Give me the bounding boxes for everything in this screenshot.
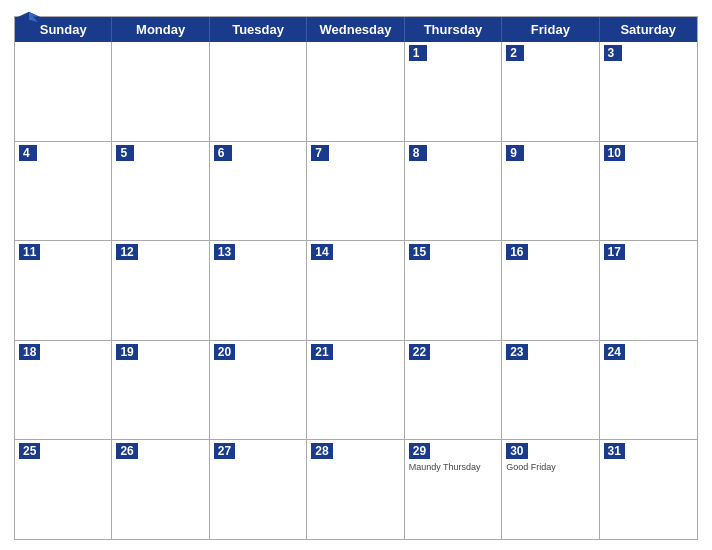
day-number: 25 (19, 443, 40, 459)
week-row-4: 18192021222324 (15, 340, 697, 440)
day-cell: 19 (112, 341, 209, 440)
day-cell: 7 (307, 142, 404, 241)
day-number: 27 (214, 443, 235, 459)
day-cell: 14 (307, 241, 404, 340)
day-number: 5 (116, 145, 134, 161)
day-cell: 18 (15, 341, 112, 440)
day-cell: 31 (600, 440, 697, 539)
day-cell: 12 (112, 241, 209, 340)
day-cell: 22 (405, 341, 502, 440)
day-cell: 6 (210, 142, 307, 241)
day-cell: 13 (210, 241, 307, 340)
day-cell: 5 (112, 142, 209, 241)
day-number: 15 (409, 244, 430, 260)
day-header-wednesday: Wednesday (307, 17, 404, 42)
calendar-page: SundayMondayTuesdayWednesdayThursdayFrid… (0, 0, 712, 550)
day-cell: 10 (600, 142, 697, 241)
day-header-friday: Friday (502, 17, 599, 42)
day-cell (210, 42, 307, 141)
day-cell: 1 (405, 42, 502, 141)
day-number: 13 (214, 244, 235, 260)
day-number: 31 (604, 443, 625, 459)
day-cell: 4 (15, 142, 112, 241)
day-number: 20 (214, 344, 235, 360)
day-cell: 21 (307, 341, 404, 440)
week-row-3: 11121314151617 (15, 240, 697, 340)
weeks-container: 1234567891011121314151617181920212223242… (15, 42, 697, 539)
day-number: 17 (604, 244, 625, 260)
day-number: 8 (409, 145, 427, 161)
day-cell: 15 (405, 241, 502, 340)
week-row-5: 2526272829Maundy Thursday30Good Friday31 (15, 439, 697, 539)
day-header-tuesday: Tuesday (210, 17, 307, 42)
day-cell (15, 42, 112, 141)
week-row-1: 123 (15, 42, 697, 141)
holiday-label: Good Friday (506, 462, 594, 472)
week-row-2: 45678910 (15, 141, 697, 241)
day-header-thursday: Thursday (405, 17, 502, 42)
day-headers-row: SundayMondayTuesdayWednesdayThursdayFrid… (15, 17, 697, 42)
day-number: 26 (116, 443, 137, 459)
day-number: 7 (311, 145, 329, 161)
logo-bird-icon (14, 10, 44, 28)
day-number: 3 (604, 45, 622, 61)
day-number: 6 (214, 145, 232, 161)
day-cell: 17 (600, 241, 697, 340)
day-cell: 30Good Friday (502, 440, 599, 539)
day-number: 2 (506, 45, 524, 61)
day-number: 10 (604, 145, 625, 161)
day-cell: 2 (502, 42, 599, 141)
day-number: 16 (506, 244, 527, 260)
calendar-grid: SundayMondayTuesdayWednesdayThursdayFrid… (14, 16, 698, 540)
day-cell: 27 (210, 440, 307, 539)
day-number: 11 (19, 244, 40, 260)
day-number: 1 (409, 45, 427, 61)
day-cell: 3 (600, 42, 697, 141)
day-cell (112, 42, 209, 141)
day-number: 18 (19, 344, 40, 360)
logo (14, 10, 49, 32)
day-cell: 23 (502, 341, 599, 440)
holiday-label: Maundy Thursday (409, 462, 497, 472)
day-number: 14 (311, 244, 332, 260)
day-cell: 9 (502, 142, 599, 241)
day-number: 19 (116, 344, 137, 360)
day-cell (307, 42, 404, 141)
day-cell: 16 (502, 241, 599, 340)
day-cell: 29Maundy Thursday (405, 440, 502, 539)
day-number: 29 (409, 443, 430, 459)
day-cell: 24 (600, 341, 697, 440)
day-cell: 20 (210, 341, 307, 440)
day-number: 4 (19, 145, 37, 161)
day-number: 22 (409, 344, 430, 360)
day-number: 28 (311, 443, 332, 459)
day-header-saturday: Saturday (600, 17, 697, 42)
day-number: 30 (506, 443, 527, 459)
day-number: 23 (506, 344, 527, 360)
day-number: 9 (506, 145, 524, 161)
day-header-monday: Monday (112, 17, 209, 42)
day-number: 24 (604, 344, 625, 360)
day-cell: 8 (405, 142, 502, 241)
day-cell: 25 (15, 440, 112, 539)
day-cell: 26 (112, 440, 209, 539)
day-number: 21 (311, 344, 332, 360)
day-number: 12 (116, 244, 137, 260)
day-cell: 28 (307, 440, 404, 539)
day-cell: 11 (15, 241, 112, 340)
